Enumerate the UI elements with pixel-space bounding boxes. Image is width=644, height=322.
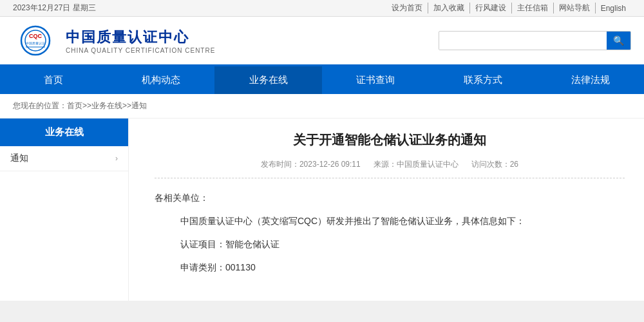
arrow-right-icon: › (115, 154, 118, 163)
publish-time-value: 2023-12-26 09:11 (299, 160, 361, 169)
para3: 申请类别：001130 (180, 258, 625, 276)
logo-cn: 中国质量认证中心 (66, 28, 215, 47)
nav-item-services[interactable]: 业务在线 (214, 66, 322, 94)
search-icon: 🔍 (613, 35, 624, 46)
breadcrumb-text: 您现在的位置：首页>>业务在线>>通知 (13, 101, 147, 110)
nav-item-certificate[interactable]: 证书查询 (322, 66, 430, 94)
source-value: 中国质量认证中心 (397, 160, 459, 169)
sidebar: 业务在线 通知 › (0, 118, 129, 301)
logo-text: 中国质量认证中心 CHINA QUALITY CERTIFICATION CEN… (66, 28, 215, 54)
para2-value: 智能仓储认证 (225, 239, 279, 249)
views-label: 访问次数： (471, 160, 510, 169)
sidebar-item-label: 通知 (10, 153, 28, 164)
logo: CQC 中国质量认证 中国质量认证中心 CHINA QUALITY CERTIF… (13, 24, 215, 57)
sidebar-title: 业务在线 (0, 118, 128, 146)
nav-item-home[interactable]: 首页 (0, 66, 108, 94)
top-bar: 2023年12月27日 星期三 设为首页 加入收藏 行风建设 主任信箱 网站导航… (0, 0, 644, 17)
main-content: 您现在的位置：首页>>业务在线>>通知 业务在线 通知 › 关于开通智能仓储认证… (0, 94, 644, 301)
main-nav: 首页 机构动态 业务在线 证书查询 联系方式 法律法规 (0, 66, 644, 94)
article-meta: 发布时间：2023-12-26 09:11 来源：中国质量认证中心 访问次数：2… (155, 159, 625, 178)
nav-item-news[interactable]: 机构动态 (108, 66, 215, 94)
para2: 认证项目：智能仓储认证 (180, 235, 625, 253)
nav-item-contact[interactable]: 联系方式 (430, 66, 537, 94)
source-label: 来源： (374, 160, 397, 169)
article-title: 关于开通智能仓储认证业务的通知 (155, 131, 625, 149)
para3-value: 001130 (225, 262, 256, 272)
article-body: 各相关单位： 中国质量认证中心（英文缩写CQC）研发并推出了智能仓储认证业务，具… (155, 189, 625, 276)
article: 关于开通智能仓储认证业务的通知 发布时间：2023-12-26 09:11 来源… (129, 118, 644, 301)
header: CQC 中国质量认证 中国质量认证中心 CHINA QUALITY CERTIF… (0, 17, 644, 66)
breadcrumb: 您现在的位置：首页>>业务在线>>通知 (0, 94, 644, 118)
english-link[interactable]: English (596, 4, 631, 13)
publish-time-label: 发布时间： (261, 160, 299, 169)
svg-text:中国质量认证: 中国质量认证 (26, 41, 45, 45)
content-area: 业务在线 通知 › 关于开通智能仓储认证业务的通知 发布时间：2023-12-2… (0, 118, 644, 301)
para2-label: 认证项目： (180, 239, 225, 249)
conduct-link[interactable]: 行风建设 (470, 3, 512, 14)
para1: 中国质量认证中心（英文缩写CQC）研发并推出了智能仓储认证业务，具体信息如下： (180, 212, 625, 230)
svg-text:CQC: CQC (29, 33, 43, 39)
top-bar-links: 设为首页 加入收藏 行风建设 主任信箱 网站导航 English (386, 3, 631, 14)
logo-en: CHINA QUALITY CERTIFICATION CENTRE (66, 47, 215, 54)
cqc-logo-icon: CQC 中国质量认证 (13, 24, 58, 57)
add-bookmark-link[interactable]: 加入收藏 (428, 3, 470, 14)
views-value: 26 (510, 160, 518, 169)
para3-label: 申请类别： (180, 262, 225, 272)
greeting: 各相关单位： (155, 189, 625, 207)
search-box: 🔍 (439, 31, 631, 50)
search-input[interactable] (439, 32, 607, 50)
search-button[interactable]: 🔍 (607, 32, 630, 50)
views: 访问次数：26 (471, 159, 518, 170)
date-display: 2023年12月27日 星期三 (13, 3, 96, 14)
source: 来源：中国质量认证中心 (374, 159, 459, 170)
mailbox-link[interactable]: 主任信箱 (512, 3, 554, 14)
nav-item-legal[interactable]: 法律法规 (536, 66, 644, 94)
site-nav-link[interactable]: 网站导航 (554, 3, 596, 14)
set-homepage-link[interactable]: 设为首页 (386, 3, 428, 14)
sidebar-item-notice[interactable]: 通知 › (0, 146, 128, 171)
publish-time: 发布时间：2023-12-26 09:11 (261, 159, 361, 170)
